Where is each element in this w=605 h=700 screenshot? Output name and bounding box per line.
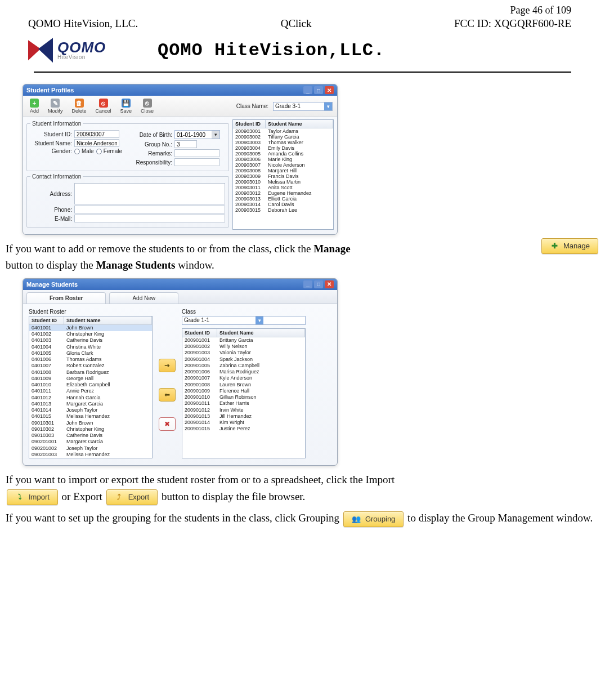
student-name-label: Student Name: (30, 140, 72, 146)
import-button[interactable]: ⤵ Import (7, 489, 58, 505)
table-row[interactable]: 09010303Catherine Davis (29, 433, 152, 439)
table-row[interactable]: 0401003Catherine Davis (29, 337, 152, 344)
minimize-button[interactable]: _ (303, 86, 312, 94)
table-row[interactable]: 200903006Marie King (233, 157, 333, 162)
email-input[interactable] (74, 215, 225, 222)
remove-button[interactable]: ✖ (159, 417, 176, 431)
table-row[interactable]: 200901005Zabrina Campbell (182, 363, 305, 369)
table-row[interactable]: 0401004Christina White (29, 344, 152, 350)
table-row[interactable]: 200901003Valonia Taylor (182, 350, 305, 356)
student-id-input[interactable] (74, 130, 119, 138)
manage-button[interactable]: ✚ Manage (541, 238, 598, 254)
table-row[interactable]: 200901014Kim Wright (182, 420, 305, 426)
gender-female-radio[interactable]: Female (96, 148, 122, 154)
grouping-button[interactable]: 👥 Grouping (343, 511, 404, 527)
table-row[interactable]: 200903013Elliott Garcia (233, 196, 333, 202)
table-row[interactable]: 200901008Lauren Brown (182, 382, 305, 388)
class-table[interactable]: Student ID Student Name 200901001Brittan… (182, 328, 306, 458)
remarks-input[interactable] (174, 149, 219, 157)
table-row[interactable]: 0401013Margaret Garcia (29, 401, 152, 407)
class-name-input[interactable] (274, 102, 324, 110)
table-row[interactable]: 200901007Kyle Anderson (182, 375, 305, 381)
table-row[interactable]: 200901004Spark Jackson (182, 356, 305, 363)
table-row[interactable]: 200903004Emily Davis (233, 145, 333, 151)
close-button[interactable]: ✕ (325, 86, 334, 94)
table-row[interactable]: 09010301John Brown (29, 420, 152, 426)
dob-input[interactable]: ▾ (174, 130, 220, 139)
table-row[interactable]: 200903012Eugene Hernandez (233, 190, 333, 196)
table-row[interactable]: 200903009Francis Davis (233, 173, 333, 179)
move-left-button[interactable]: ⬅ (159, 388, 176, 402)
col-student-id[interactable]: Student ID (182, 329, 217, 337)
maximize-button[interactable]: □ (314, 280, 323, 288)
table-row[interactable]: 0401011Annie Perez (29, 388, 152, 394)
cell-id: 200901003 (182, 350, 217, 356)
col-student-name[interactable]: Student Name (266, 120, 333, 128)
table-row[interactable]: 0401015Melissa Hernandez (29, 413, 152, 420)
export-button[interactable]: ⤴ Export (106, 489, 158, 505)
close-button[interactable]: ✕ (325, 280, 334, 288)
table-row[interactable]: 200903002Tiffany Garcia (233, 134, 333, 140)
table-row[interactable]: 200901009Florence Hall (182, 388, 305, 394)
delete-button[interactable]: 🗑Delete (70, 98, 89, 114)
table-row[interactable]: 200903008Margaret Hill (233, 168, 333, 173)
group-input[interactable] (174, 140, 197, 148)
table-row[interactable]: 0401012Hannah Garcia (29, 395, 152, 401)
table-row[interactable]: 200903003Thomas Walker (233, 140, 333, 145)
table-row[interactable]: 200901002Willy Nelson (182, 344, 305, 350)
save-button[interactable]: 💾Save (118, 98, 135, 114)
modify-button[interactable]: ✎Modify (46, 98, 65, 114)
table-row[interactable]: 090201001Margaret Garcia (29, 439, 152, 445)
cell-name: Catherine Davis (64, 337, 152, 344)
class-select[interactable]: ▾ (182, 316, 306, 325)
roster-table[interactable]: Student ID Student Name 0401001John Brow… (29, 316, 153, 458)
minimize-button[interactable]: _ (303, 280, 312, 288)
col-student-name[interactable]: Student Name (64, 316, 152, 324)
cancel-button[interactable]: ⦸Cancel (93, 98, 114, 114)
add-button[interactable]: +Add (28, 98, 41, 114)
class-name-select[interactable]: ▾ (273, 102, 333, 111)
table-row[interactable]: 0401010Elizabeth Campbell (29, 382, 152, 388)
table-row[interactable]: 200903005Amanda Collins (233, 151, 333, 157)
table-row[interactable]: 200901012Irvin White (182, 407, 305, 413)
table-row[interactable]: 0401014Joseph Taylor (29, 407, 152, 413)
gender-male-radio[interactable]: Male (74, 148, 94, 154)
table-row[interactable]: 200903011Anita Scott (233, 185, 333, 190)
maximize-button[interactable]: □ (314, 86, 323, 94)
table-row[interactable]: 0401002Christopher King (29, 331, 152, 337)
table-row[interactable]: 0401007Robert Gonzalez (29, 363, 152, 369)
table-row[interactable]: 200901010Gillian Robinson (182, 394, 305, 400)
col-student-id[interactable]: Student ID (29, 316, 64, 324)
col-student-id[interactable]: Student ID (233, 120, 266, 128)
plus-icon: ✚ (550, 242, 559, 251)
table-row[interactable]: 200901011Esther Harris (182, 400, 305, 407)
close-toolbar-button[interactable]: ⎋Close (138, 98, 156, 114)
class-select-input[interactable] (182, 316, 256, 324)
move-right-button[interactable]: ➔ (159, 359, 176, 372)
phone-input[interactable] (74, 206, 225, 213)
table-row[interactable]: 0401008Barbara Rodriguez (29, 369, 152, 376)
table-row[interactable]: 200903010Melissa Martin (233, 179, 333, 185)
tab-add-new[interactable]: Add New (109, 292, 178, 304)
table-row[interactable]: 0401009George Hall (29, 376, 152, 382)
table-row[interactable]: 090201002Joseph Taylor (29, 445, 152, 452)
tab-from-roster[interactable]: From Roster (26, 292, 106, 304)
table-row[interactable]: 200903007Nicole Anderson (233, 162, 333, 168)
table-row[interactable]: 200901013Jill Hernandez (182, 413, 305, 420)
table-row[interactable]: 090201003Melissa Hernandez (29, 452, 152, 458)
student-name-input[interactable] (74, 139, 119, 147)
table-row[interactable]: 200903014Carol Davis (233, 202, 333, 207)
table-row[interactable]: 200903015Deborah Lee (233, 207, 333, 213)
address-input[interactable] (74, 183, 225, 204)
table-row[interactable]: 200903001Taylor Adams (233, 128, 333, 134)
table-row[interactable]: 200901006Marisa Rodriguez (182, 369, 305, 375)
table-row[interactable]: 0401005Gloria Clark (29, 350, 152, 356)
table-row[interactable]: 0401006Thomas Adams (29, 356, 152, 363)
table-row[interactable]: 09010302Christopher King (29, 426, 152, 433)
table-row[interactable]: 0401001John Brown (29, 325, 152, 331)
table-row[interactable]: 200901001Brittany Garcia (182, 337, 305, 344)
responsibility-input[interactable] (174, 158, 219, 166)
student-table[interactable]: Student ID Student Name 200903001Taylor … (232, 119, 334, 230)
table-row[interactable]: 200901015Justine Perez (182, 426, 305, 432)
col-student-name[interactable]: Student Name (217, 329, 305, 337)
